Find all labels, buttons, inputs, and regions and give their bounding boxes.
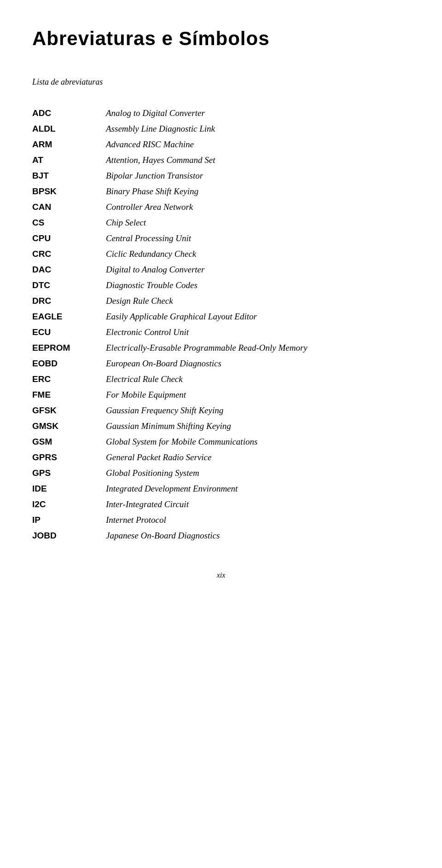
list-item: FMEFor Mobile Equipment <box>32 387 410 403</box>
abbreviation-code: EOBD <box>32 356 106 371</box>
list-item: CANController Area Network <box>32 199 410 215</box>
list-item: EEPROMElectrically-Erasable Programmable… <box>32 340 410 356</box>
abbreviation-code: ARM <box>32 137 106 152</box>
abbreviation-code: DTC <box>32 278 106 293</box>
abbreviation-code: CPU <box>32 231 106 246</box>
abbreviation-definition: Analog to Digital Converter <box>106 105 410 121</box>
list-item: DACDigital to Analog Converter <box>32 262 410 278</box>
abbreviation-definition: Global Positioning System <box>106 465 410 481</box>
abbreviation-definition: Gaussian Minimum Shifting Keying <box>106 418 410 434</box>
list-item: GPRSGeneral Packet Radio Service <box>32 450 410 465</box>
page-number: xix <box>32 571 410 579</box>
abbreviation-code: BPSK <box>32 184 106 199</box>
section-subtitle: Lista de abreviaturas <box>32 77 410 87</box>
abbreviation-code: IP <box>32 512 106 528</box>
list-item: ADCAnalog to Digital Converter <box>32 105 410 121</box>
abbreviation-code: GSM <box>32 434 106 450</box>
list-item: GFSKGaussian Frequency Shift Keying <box>32 403 410 418</box>
abbreviation-code: CRC <box>32 246 106 262</box>
abbreviation-code: GMSK <box>32 418 106 434</box>
abbreviation-definition: For Mobile Equipment <box>106 387 410 403</box>
abbreviation-definition: Gaussian Frequency Shift Keying <box>106 403 410 418</box>
abbreviation-code: I2C <box>32 497 106 512</box>
abbreviation-definition: Advanced RISC Machine <box>106 137 410 152</box>
abbreviation-code: ALDL <box>32 121 106 137</box>
abbreviation-code: EEPROM <box>32 340 106 356</box>
list-item: ATAttention, Hayes Command Set <box>32 152 410 168</box>
list-item: ALDLAssembly Line Diagnostic Link <box>32 121 410 137</box>
abbreviation-code: BJT <box>32 168 106 184</box>
abbreviation-code: GFSK <box>32 403 106 418</box>
list-item: CRCCiclic Redundancy Check <box>32 246 410 262</box>
list-item: GPSGlobal Positioning System <box>32 465 410 481</box>
abbreviation-code: ERC <box>32 371 106 387</box>
list-item: DRCDesign Rule Check <box>32 293 410 309</box>
list-item: BPSKBinary Phase Shift Keying <box>32 184 410 199</box>
abbreviation-code: DAC <box>32 262 106 278</box>
abbreviation-code: JOBD <box>32 528 106 544</box>
abbreviation-definition: Design Rule Check <box>106 293 410 309</box>
abbreviation-code: DRC <box>32 293 106 309</box>
list-item: EAGLEEasily Applicable Graphical Layout … <box>32 309 410 324</box>
abbreviation-definition: Japanese On-Board Diagnostics <box>106 528 410 544</box>
abbreviation-code: ECU <box>32 324 106 340</box>
list-item: IDEIntegrated Development Environment <box>32 481 410 497</box>
abbreviation-code: CAN <box>32 199 106 215</box>
abbreviation-definition: Inter-Integrated Circuit <box>106 497 410 512</box>
abbreviation-definition: Global System for Mobile Communications <box>106 434 410 450</box>
abbreviation-code: IDE <box>32 481 106 497</box>
abbreviation-definition: Electrical Rule Check <box>106 371 410 387</box>
abbreviation-definition: Controller Area Network <box>106 199 410 215</box>
list-item: ARMAdvanced RISC Machine <box>32 137 410 152</box>
list-item: I2CInter-Integrated Circuit <box>32 497 410 512</box>
abbreviation-code: AT <box>32 152 106 168</box>
abbreviation-code: GPRS <box>32 450 106 465</box>
list-item: DTCDiagnostic Trouble Codes <box>32 278 410 293</box>
list-item: GMSKGaussian Minimum Shifting Keying <box>32 418 410 434</box>
list-item: JOBDJapanese On-Board Diagnostics <box>32 528 410 544</box>
list-item: IPInternet Protocol <box>32 512 410 528</box>
abbreviation-definition: Integrated Development Environment <box>106 481 410 497</box>
abbreviation-definition: General Packet Radio Service <box>106 450 410 465</box>
list-item: CSChip Select <box>32 215 410 231</box>
abbreviation-code: CS <box>32 215 106 231</box>
abbreviation-definition: Electrically-Erasable Programmable Read-… <box>106 340 410 356</box>
abbreviation-definition: Binary Phase Shift Keying <box>106 184 410 199</box>
list-item: CPUCentral Processing Unit <box>32 231 410 246</box>
abbreviation-code: GPS <box>32 465 106 481</box>
abbreviation-code: ADC <box>32 105 106 121</box>
abbreviation-definition: Digital to Analog Converter <box>106 262 410 278</box>
abbreviation-definition: Internet Protocol <box>106 512 410 528</box>
abbreviations-table: ADCAnalog to Digital ConverterALDLAssemb… <box>32 105 410 544</box>
abbreviation-definition: Chip Select <box>106 215 410 231</box>
page-title: Abreviaturas e Símbolos <box>32 28 410 50</box>
abbreviation-definition: Easily Applicable Graphical Layout Edito… <box>106 309 410 324</box>
list-item: ECUElectronic Control Unit <box>32 324 410 340</box>
abbreviation-definition: Diagnostic Trouble Codes <box>106 278 410 293</box>
abbreviation-definition: Bipolar Junction Transistor <box>106 168 410 184</box>
list-item: BJTBipolar Junction Transistor <box>32 168 410 184</box>
abbreviation-definition: Attention, Hayes Command Set <box>106 152 410 168</box>
abbreviation-definition: Ciclic Redundancy Check <box>106 246 410 262</box>
list-item: GSMGlobal System for Mobile Communicatio… <box>32 434 410 450</box>
list-item: ERCElectrical Rule Check <box>32 371 410 387</box>
abbreviation-code: FME <box>32 387 106 403</box>
abbreviation-definition: Central Processing Unit <box>106 231 410 246</box>
abbreviation-definition: Assembly Line Diagnostic Link <box>106 121 410 137</box>
abbreviation-definition: Electronic Control Unit <box>106 324 410 340</box>
abbreviation-code: EAGLE <box>32 309 106 324</box>
abbreviation-definition: European On-Board Diagnostics <box>106 356 410 371</box>
list-item: EOBDEuropean On-Board Diagnostics <box>32 356 410 371</box>
